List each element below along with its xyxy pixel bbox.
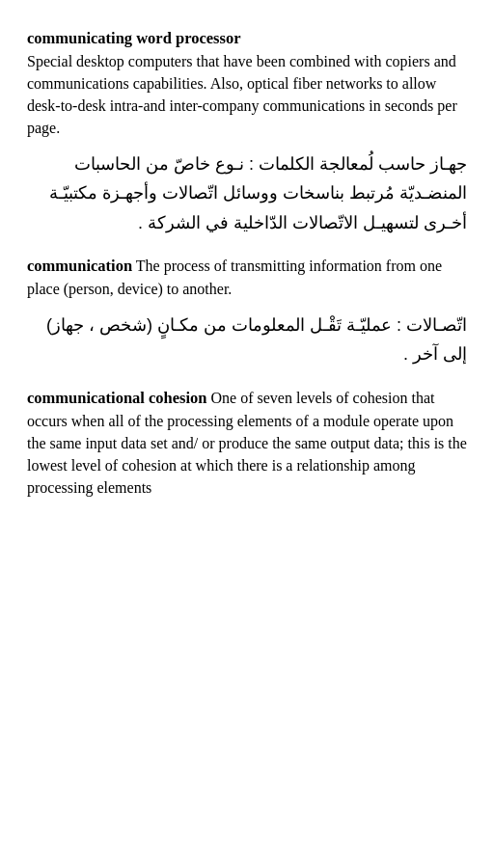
- entry-arabic-2: اتّصـالات : عمليّـة تَقْـل المعلومات من …: [27, 311, 467, 369]
- entry-communicational-cohesion: communicational cohesion One of seven le…: [27, 387, 467, 500]
- entry-arabic-1: جهـاز حاسب لُمعالجة الكلمات : نـوع خاصّ …: [27, 149, 467, 238]
- entry-title-3: communicational cohesion: [27, 389, 207, 407]
- entry-title-1: communicating word processor: [27, 29, 241, 47]
- entry-communication: communication The process of transmittin…: [27, 255, 467, 368]
- entry-communicating-word-processor: communicating word processor Special des…: [27, 27, 467, 237]
- entry-body-1: Special desktop computers that have been…: [27, 53, 457, 137]
- entry-title-2: communication: [27, 257, 132, 275]
